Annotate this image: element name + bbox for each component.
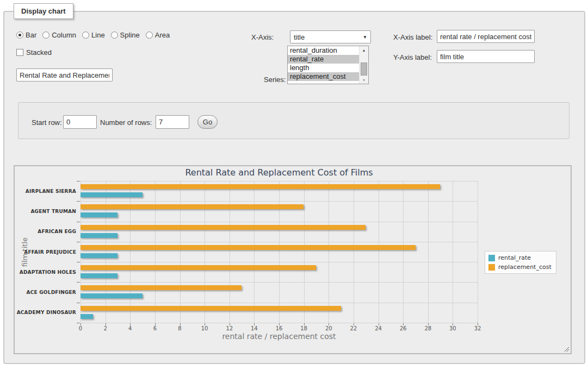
number-of-rows-input[interactable] (156, 115, 189, 129)
x-tick-label: 16 (271, 325, 287, 331)
legend-item-rental_rate[interactable]: rental_rate (488, 254, 552, 261)
gridline (130, 181, 131, 323)
gridline (354, 181, 354, 323)
bar-rental_rate (81, 314, 93, 319)
radio-icon[interactable] (111, 32, 118, 39)
y-tick (77, 222, 80, 222)
legend-item-replacement_cost[interactable]: replacement_cost (488, 264, 552, 271)
radio-icon[interactable] (42, 32, 49, 39)
chart-type-radio-group: BarColumnLineSplineArea (16, 31, 170, 39)
gridline (106, 181, 106, 323)
gridline (329, 181, 329, 323)
y-axis-label-input[interactable] (437, 50, 535, 63)
scrollbar-thumb[interactable] (361, 62, 367, 76)
chart-type-option-label: Line (91, 31, 105, 39)
gridline (379, 181, 379, 323)
category-label: AFRICAN EGG (38, 229, 76, 234)
series-multiselect[interactable]: rental_durationrental_ratelengthreplacem… (287, 46, 369, 84)
scroll-up-icon[interactable]: ▲ (360, 46, 368, 54)
category-label: ACADEMY DINOSAUR (17, 310, 76, 315)
chart-type-option-area[interactable]: Area (146, 31, 170, 39)
gridline (304, 181, 305, 323)
bar-replacement_cost (81, 306, 341, 311)
category-label: AIRPLANE SIERRA (26, 189, 76, 194)
gridline (81, 222, 478, 222)
bar-rental_rate (81, 233, 117, 238)
row-range-panel: Start row: Number of rows: Go (18, 102, 570, 139)
series-option-rental_rate[interactable]: rental_rate (288, 55, 359, 64)
y-tick (77, 201, 80, 202)
x-tick-label: 30 (444, 325, 461, 331)
bar-rental_rate (81, 293, 143, 298)
y-tick (77, 303, 80, 303)
chart-type-option-label: Column (52, 31, 76, 39)
x-tick-label: 14 (246, 325, 262, 331)
x-tick-label: 18 (296, 325, 312, 331)
chart-type-option-bar[interactable]: Bar (16, 31, 36, 39)
gridline (81, 181, 478, 181)
chart-type-option-column[interactable]: Column (42, 31, 76, 39)
x-tick-label: 20 (320, 325, 337, 331)
x-axis-select[interactable]: title ▼ (290, 30, 371, 43)
chart-type-option-label: Bar (26, 31, 36, 39)
x-tick-label: 6 (147, 325, 163, 331)
series-select-label: Series: (264, 76, 286, 84)
radio-icon[interactable] (146, 32, 153, 39)
y-axis-label-label: Y-Axis label: (393, 53, 432, 61)
number-of-rows-label: Number of rows: (100, 118, 152, 127)
radio-icon[interactable] (16, 32, 23, 39)
chart-title-input[interactable] (16, 68, 113, 81)
stacked-checkbox[interactable] (16, 49, 23, 56)
plot-area (81, 181, 478, 323)
legend-swatch-icon (488, 255, 495, 261)
series-option-rental_duration[interactable]: rental_duration (288, 46, 359, 55)
bar-replacement_cost (81, 285, 242, 290)
y-tick (77, 181, 80, 181)
scroll-down-icon[interactable]: ▼ (360, 76, 368, 84)
x-tick-label: 8 (172, 325, 188, 331)
category-label: ADAPTATION HOLES (20, 269, 76, 275)
x-axis-selected-value: title (294, 33, 363, 41)
start-row-label: Start row: (32, 118, 62, 127)
x-tick-label: 4 (122, 325, 138, 331)
series-scrollbar[interactable]: ▲ ▼ (359, 46, 368, 84)
series-option-length[interactable]: length (288, 64, 359, 72)
x-tick-label: 24 (370, 325, 387, 331)
gridline (81, 323, 478, 323)
start-row-input[interactable] (63, 115, 97, 129)
bar-replacement_cost (81, 184, 440, 189)
x-tick-label: 26 (395, 325, 411, 331)
chart-area: Rental Rate and Replacement Cost of Film… (15, 166, 571, 353)
series-options: rental_durationrental_ratelengthreplacem… (288, 46, 368, 81)
series-option-replacement_cost[interactable]: replacement_cost (288, 72, 359, 81)
x-axis-select-label: X-Axis: (251, 33, 274, 41)
gridline (453, 181, 453, 323)
chart-type-option-spline[interactable]: Spline (111, 31, 140, 39)
gridline (155, 181, 156, 323)
legend-label: replacement_cost (498, 264, 552, 271)
go-button[interactable]: Go (197, 115, 218, 129)
chart-type-option-line[interactable]: Line (82, 31, 105, 39)
gridline (81, 282, 478, 283)
gridline (81, 181, 81, 323)
gridline (428, 181, 429, 323)
gridline (81, 303, 478, 303)
chart-type-option-label: Area (155, 31, 170, 39)
x-axis-title: rental rate / replacement cost (81, 332, 478, 341)
gridline (180, 181, 181, 323)
x-tick-label: 28 (420, 325, 436, 331)
x-tick-label: 2 (97, 325, 114, 331)
radio-icon[interactable] (82, 32, 89, 39)
resize-grip-icon[interactable] (564, 346, 569, 352)
x-axis-label-input[interactable] (437, 30, 535, 43)
x-tick-label: 22 (345, 325, 362, 331)
gridline (279, 181, 280, 323)
category-label: AFFAIR PREJUDICE (24, 249, 76, 255)
gridline (81, 242, 478, 242)
bar-replacement_cost (81, 204, 304, 209)
bar-rental_rate (81, 212, 117, 217)
gridline (230, 181, 230, 323)
gridline (254, 181, 255, 323)
category-label: AGENT TRUMAN (30, 209, 76, 214)
bar-rental_rate (81, 253, 117, 258)
